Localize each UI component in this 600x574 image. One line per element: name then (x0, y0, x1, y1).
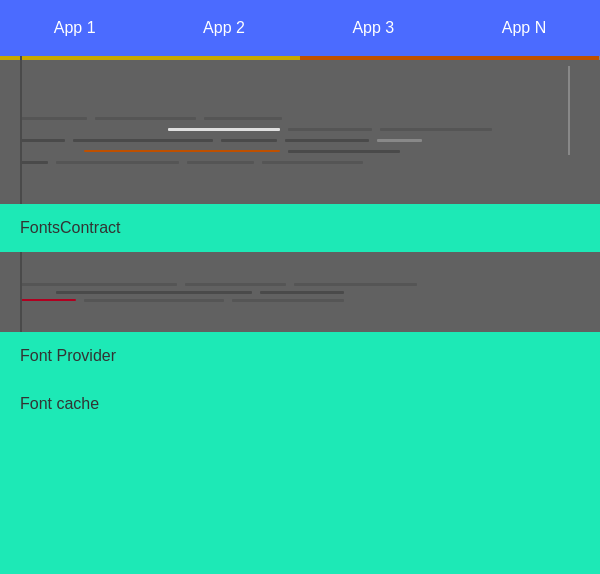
gray-section-top (0, 56, 600, 204)
gray-section-mid (0, 252, 600, 332)
fonts-contract-block: FontsContract (0, 204, 600, 252)
vertical-line-mid (20, 252, 22, 332)
app-bar: App 1 App 2 App 3 App N (0, 0, 600, 56)
tab-app2[interactable]: App 2 (187, 19, 261, 37)
font-provider-block: Font Provider (0, 332, 600, 380)
fonts-contract-label: FontsContract (20, 219, 120, 237)
font-provider-label: Font Provider (20, 347, 116, 365)
line-row-3 (20, 139, 580, 142)
vertical-line-right (568, 66, 570, 155)
line-row-1 (20, 117, 580, 120)
font-cache-label: Font cache (20, 395, 99, 413)
vertical-line-left (20, 56, 22, 204)
tab-appN[interactable]: App N (486, 19, 562, 37)
line-row-5 (20, 161, 580, 164)
diagram-container: App 1 App 2 App 3 App N (0, 0, 600, 574)
bottom-teal-section (0, 428, 600, 574)
line-row-4 (20, 150, 580, 153)
tab-app3[interactable]: App 3 (336, 19, 410, 37)
tab-app1[interactable]: App 1 (38, 19, 112, 37)
font-cache-block: Font cache (0, 380, 600, 428)
line-row-2 (20, 128, 580, 131)
mid-lines (0, 277, 600, 308)
